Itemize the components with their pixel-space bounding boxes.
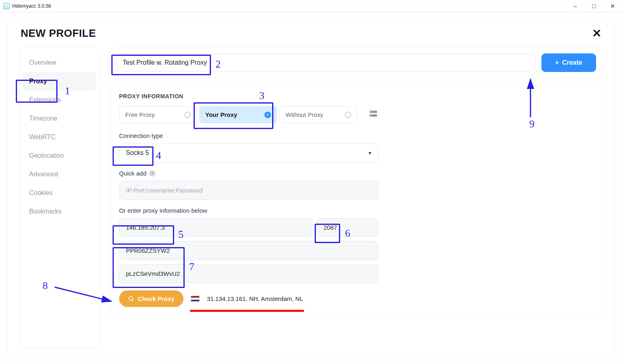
quickadd-label: Quick add ?: [119, 170, 594, 177]
proxy-choice-free[interactable]: Free Proxy: [119, 106, 197, 123]
enter-below-label: Or enter proxy information below: [119, 207, 594, 214]
window-title: Hidemyacc 3.0.58: [12, 3, 51, 9]
connection-type-select[interactable]: Socks 5 ▾: [119, 143, 378, 163]
window-close-button[interactable]: ✕: [603, 0, 622, 12]
sidebar-item-label: Proxy: [29, 78, 47, 85]
sidebar-item-label: Extensions: [29, 96, 61, 103]
svg-rect-1: [370, 114, 377, 117]
sidebar-item-geolocation[interactable]: Geolocation: [23, 146, 96, 165]
proxy-list-icon[interactable]: [369, 110, 377, 119]
proxy-choice-row: Free Proxy Your Proxy ✓ Without Proxy: [119, 106, 594, 123]
sidebar-item-overview[interactable]: Overview: [23, 53, 96, 72]
profile-name-card: + Create: [110, 47, 603, 78]
svg-point-2: [371, 111, 372, 112]
sidebar-item-label: Bookmarks: [29, 208, 62, 215]
sidebar-item-extensions[interactable]: Extensions: [23, 91, 96, 109]
quickadd-label-text: Quick add: [119, 170, 147, 177]
sidebar-item-label: WebRTC: [29, 133, 55, 140]
create-button-label: Create: [562, 59, 582, 66]
sidebar-item-timezone[interactable]: Timezone: [23, 109, 96, 128]
svg-line-5: [132, 300, 134, 301]
settings-sidebar: Overview Proxy Extensions Timezone WebRT…: [19, 47, 100, 348]
sidebar-item-label: Overview: [29, 59, 56, 66]
window-maximize-button[interactable]: □: [585, 0, 603, 12]
sidebar-item-advanced[interactable]: Advanced: [23, 165, 96, 184]
sidebar-item-label: Cookies: [29, 189, 53, 196]
sidebar-item-proxy[interactable]: Proxy: [23, 72, 96, 91]
window-minimize-button[interactable]: –: [566, 0, 585, 12]
window-titlebar: Hidemyacc 3.0.58 – □ ✕: [0, 0, 622, 12]
proxy-section-heading: PROXY INFORMATION: [119, 93, 594, 99]
svg-rect-0: [370, 111, 377, 113]
sidebar-item-bookmarks[interactable]: Bookmarks: [23, 202, 96, 221]
sidebar-item-cookies[interactable]: Cookies: [23, 184, 96, 202]
close-panel-button[interactable]: ✕: [592, 27, 601, 40]
check-proxy-label: Check Proxy: [138, 295, 175, 302]
enter-below-label-text: Or enter proxy information below: [119, 207, 207, 214]
quickadd-input[interactable]: [119, 181, 378, 200]
app-icon: [3, 3, 10, 9]
proxy-username-input[interactable]: [119, 241, 378, 260]
proxy-check-result: 31.134.13.161, NH, Amsterdam, NL: [207, 295, 303, 302]
proxy-password-input[interactable]: [119, 264, 378, 283]
svg-point-4: [129, 296, 132, 300]
proxy-choice-without[interactable]: Without Proxy: [279, 106, 357, 123]
chevron-down-icon: ▾: [369, 150, 371, 156]
sidebar-item-webrtc[interactable]: WebRTC: [23, 128, 96, 146]
help-icon[interactable]: ?: [149, 170, 156, 177]
check-proxy-button[interactable]: Check Proxy: [119, 290, 183, 307]
create-button[interactable]: + Create: [541, 53, 596, 72]
sidebar-item-label: Advanced: [29, 171, 58, 178]
radio-icon: [184, 112, 191, 118]
sidebar-item-label: Timezone: [29, 115, 58, 122]
connection-type-value: Socks 5: [126, 149, 149, 157]
connection-type-label: Connection type: [119, 132, 594, 139]
page-title: NEW PROFILE: [21, 27, 96, 40]
svg-point-3: [371, 115, 372, 116]
proxy-port-input[interactable]: [317, 218, 378, 237]
plus-icon: +: [555, 59, 559, 66]
flag-nl-icon: [191, 296, 200, 302]
proxy-choice-your[interactable]: Your Proxy ✓: [199, 106, 277, 123]
proxy-choice-label: Your Proxy: [205, 111, 237, 118]
app-card: NEW PROFILE ✕ Overview Proxy Extensions …: [7, 18, 615, 357]
connection-type-label-text: Connection type: [119, 132, 163, 139]
proxy-card: PROXY INFORMATION Free Proxy Your Proxy …: [110, 85, 603, 319]
magnifier-reload-icon: [128, 296, 134, 302]
radio-icon: [345, 112, 351, 118]
sidebar-item-label: Geolocation: [29, 152, 64, 159]
proxy-choice-label: Without Proxy: [285, 111, 323, 118]
radio-selected-icon: ✓: [264, 112, 271, 118]
proxy-choice-label: Free Proxy: [125, 111, 155, 118]
profile-name-input[interactable]: [117, 54, 536, 72]
proxy-ip-input[interactable]: [119, 218, 313, 237]
